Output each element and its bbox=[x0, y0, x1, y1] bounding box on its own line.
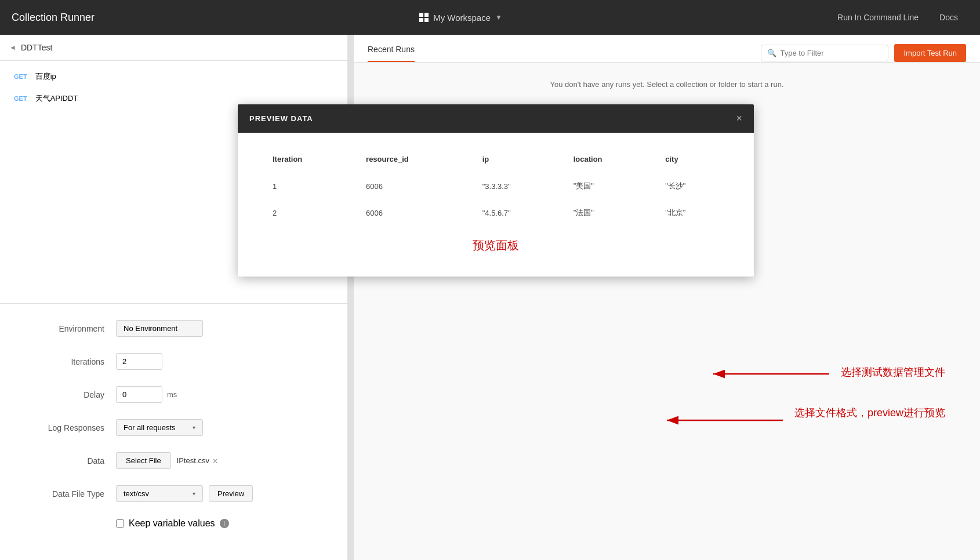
remove-file-icon[interactable]: × bbox=[213, 456, 217, 466]
app-header: Collection Runner My Workspace ▼ Run In … bbox=[0, 0, 980, 35]
back-arrow-icon[interactable]: ◄ bbox=[9, 43, 16, 52]
cell-city: "长沙" bbox=[654, 173, 731, 199]
no-runs-message: You don't have any runs yet. Select a co… bbox=[354, 63, 980, 106]
form-section: Environment No Environment Iterations De… bbox=[0, 308, 347, 560]
preview-modal: PREVIEW DATA × Iteration resource_id ip … bbox=[238, 104, 754, 277]
select-file-button[interactable]: Select File bbox=[116, 452, 171, 469]
log-responses-row: Log Responses For all requests ▾ bbox=[23, 419, 324, 436]
preview-table: Iteration resource_id ip location city 1… bbox=[261, 150, 731, 226]
log-responses-label: Log Responses bbox=[23, 423, 104, 432]
collection-name: DDTTest bbox=[21, 43, 52, 52]
data-type-row: Data File Type text/csv ▾ Preview bbox=[23, 485, 324, 502]
col-header-city: city bbox=[654, 150, 731, 173]
annotation-select-file-text: 选择测试数据管理文件 bbox=[841, 366, 945, 378]
environment-value: No Environment bbox=[124, 324, 177, 333]
cell-ip: "4.5.6.7" bbox=[471, 199, 562, 226]
chevron-down-icon: ▼ bbox=[495, 13, 502, 21]
keep-variable-label: Keep variable values bbox=[129, 518, 215, 529]
modal-title: PREVIEW DATA bbox=[249, 114, 313, 123]
arrow-select-file-icon bbox=[707, 357, 835, 391]
table-row: 16006"3.3.3.3""美国""长沙" bbox=[261, 173, 731, 199]
environment-select[interactable]: No Environment bbox=[116, 320, 203, 337]
delay-row: Delay ms bbox=[23, 386, 324, 403]
table-row: 26006"4.5.6.7""法国""北京" bbox=[261, 199, 731, 226]
delay-unit: ms bbox=[167, 390, 177, 399]
api-name-tianqi: 天气APIDDT bbox=[35, 93, 78, 104]
delay-label: Delay bbox=[23, 390, 104, 399]
modal-close-button[interactable]: × bbox=[736, 112, 742, 125]
col-header-iteration: Iteration bbox=[261, 150, 354, 173]
recent-runs-header: Recent Runs 🔍 Import Test Run bbox=[354, 35, 980, 63]
cell-location: "法国" bbox=[562, 199, 654, 226]
keep-variable-row: Keep variable values i bbox=[23, 518, 324, 529]
iterations-input[interactable] bbox=[116, 353, 162, 370]
divider bbox=[0, 303, 347, 304]
modal-header: PREVIEW DATA × bbox=[238, 104, 754, 133]
filter-wrapper: 🔍 bbox=[761, 45, 888, 61]
method-badge-get: GET bbox=[12, 72, 30, 81]
api-item-baidu[interactable]: GET 百度ip bbox=[0, 66, 347, 88]
run-cmdline-button[interactable]: Run In Command Line bbox=[827, 7, 929, 28]
col-header-resource-id: resource_id bbox=[354, 150, 471, 173]
recent-runs-tab[interactable]: Recent Runs bbox=[368, 45, 415, 62]
method-badge-get-2: GET bbox=[12, 94, 30, 103]
data-label: Data bbox=[23, 456, 104, 466]
cell-resource_id: 6006 bbox=[354, 199, 471, 226]
data-type-select[interactable]: text/csv ▾ bbox=[116, 485, 203, 502]
info-icon[interactable]: i bbox=[220, 519, 229, 528]
cell-location: "美国" bbox=[562, 173, 654, 199]
workspace-grid-icon bbox=[419, 13, 429, 22]
table-header-row: Iteration resource_id ip location city bbox=[261, 150, 731, 173]
data-type-value: text/csv bbox=[124, 489, 149, 498]
annotation-preview-text: 选择文件格式，preview进行预览 bbox=[794, 407, 945, 419]
filter-input[interactable] bbox=[780, 49, 882, 57]
cell-ip: "3.3.3.3" bbox=[471, 173, 562, 199]
preview-button[interactable]: Preview bbox=[209, 485, 253, 502]
workspace-label: My Workspace bbox=[433, 13, 491, 23]
docs-button[interactable]: Docs bbox=[929, 7, 968, 28]
keep-variable-checkbox[interactable] bbox=[116, 519, 124, 528]
cell-resource_id: 6006 bbox=[354, 173, 471, 199]
workspace-selector[interactable]: My Workspace ▼ bbox=[419, 13, 502, 23]
api-name-baidu: 百度ip bbox=[35, 71, 56, 82]
environment-label: Environment bbox=[23, 324, 104, 333]
cell-iteration: 2 bbox=[261, 199, 354, 226]
delay-input[interactable] bbox=[116, 386, 162, 403]
annotation-select-file: 选择测试数据管理文件 bbox=[841, 365, 945, 379]
dropdown-arrow-2-icon: ▾ bbox=[193, 490, 195, 497]
environment-row: Environment No Environment bbox=[23, 320, 324, 337]
iterations-label: Iterations bbox=[23, 357, 104, 366]
iterations-row: Iterations bbox=[23, 353, 324, 370]
col-header-ip: ip bbox=[471, 150, 562, 173]
main-layout: ◄ DDTTest GET 百度ip GET 天气APIDDT Environm… bbox=[0, 35, 980, 560]
cell-city: "北京" bbox=[654, 199, 731, 226]
data-row: Data Select File IPtest.csv × bbox=[23, 452, 324, 469]
preview-panel-label: 预览面板 bbox=[261, 238, 731, 253]
log-responses-value: For all requests bbox=[124, 423, 176, 432]
cell-iteration: 1 bbox=[261, 173, 354, 199]
header-actions: Run In Command Line Docs bbox=[827, 7, 968, 28]
app-title: Collection Runner bbox=[12, 12, 95, 24]
log-responses-select[interactable]: For all requests ▾ bbox=[116, 419, 203, 436]
search-icon: 🔍 bbox=[767, 49, 776, 57]
arrow-preview-icon bbox=[661, 403, 789, 438]
right-panel: Recent Runs 🔍 Import Test Run You don't … bbox=[354, 35, 980, 560]
col-header-location: location bbox=[562, 150, 654, 173]
filter-area: 🔍 Import Test Run bbox=[761, 44, 966, 62]
modal-body: Iteration resource_id ip location city 1… bbox=[238, 133, 754, 277]
file-name-text: IPtest.csv bbox=[177, 456, 209, 465]
data-type-label: Data File Type bbox=[23, 489, 104, 499]
keep-variable-wrapper: Keep variable values i bbox=[116, 518, 229, 529]
import-test-run-button[interactable]: Import Test Run bbox=[894, 44, 966, 62]
collection-header: ◄ DDTTest bbox=[0, 35, 347, 61]
dropdown-arrow-icon: ▾ bbox=[193, 424, 195, 431]
file-name-display: IPtest.csv × bbox=[177, 456, 218, 466]
annotation-preview: 选择文件格式，preview进行预览 bbox=[794, 406, 945, 420]
